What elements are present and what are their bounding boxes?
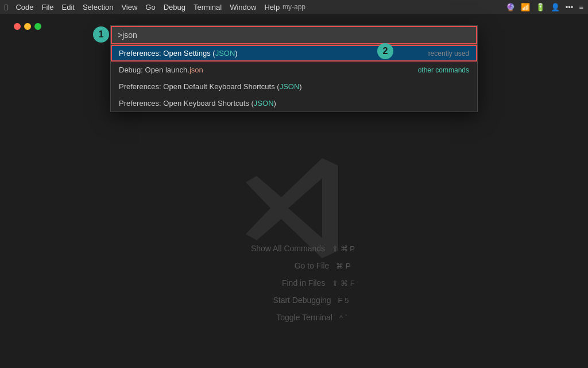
hint-find-in-files-label: Find in Files — [233, 278, 325, 288]
menubar:  Code File Edit Selection View Go Debug… — [0, 0, 588, 14]
json-highlight-3: JSON — [280, 82, 300, 91]
command-item-4[interactable]: Preferences: Open Keyboard Shortcuts (JS… — [111, 95, 477, 112]
command-item-4-label: Preferences: Open Keyboard Shortcuts (JS… — [119, 99, 276, 108]
window-title: my-app — [283, 3, 305, 11]
json-highlight-4: JSON — [254, 99, 274, 108]
hint-show-all-label: Show All Commands — [233, 244, 325, 253]
menu-view[interactable]: View — [121, 3, 137, 12]
hint-start-debugging: Start Debugging F 5 — [239, 296, 349, 305]
json-highlight-1: JSON — [215, 49, 235, 57]
hint-find-in-files: Find in Files ⇧ ⌘ F — [233, 278, 354, 288]
maximize-button[interactable] — [34, 23, 41, 30]
command-dropdown: Preferences: Open Settings (JSON) recent… — [111, 45, 477, 112]
hint-toggle-terminal-shortcut: ^ ` — [339, 313, 347, 322]
minimize-button[interactable] — [24, 23, 31, 30]
menu-go[interactable]: Go — [145, 3, 155, 12]
hint-go-to-file-label: Go to File — [237, 261, 329, 270]
json-highlight-2: json — [189, 66, 203, 74]
command-input[interactable] — [111, 26, 477, 44]
other-commands-badge: other commands — [418, 66, 469, 74]
menu-window[interactable]: Window — [230, 3, 256, 12]
menu-code[interactable]: Code — [16, 3, 33, 12]
command-item-2-label: Debug: Open launch.json — [119, 66, 203, 74]
menu-debug[interactable]: Debug — [164, 3, 185, 12]
wifi-icon: 📶 — [521, 3, 530, 12]
command-item-3[interactable]: Preferences: Open Default Keyboard Short… — [111, 78, 477, 95]
menu-terminal[interactable]: Terminal — [194, 3, 222, 12]
lines-icon: ≡ — [579, 3, 583, 12]
badge-2: 2 — [377, 43, 393, 59]
menu-edit[interactable]: Edit — [62, 3, 75, 12]
main-content: 1 2 Preferences: Open Settings (JSON) re… — [0, 14, 588, 368]
hint-toggle-terminal: Toggle Terminal ^ ` — [241, 313, 347, 322]
command-input-wrapper — [111, 26, 477, 45]
badge-1: 1 — [93, 26, 109, 43]
command-item-1[interactable]: Preferences: Open Settings (JSON) recent… — [111, 45, 477, 62]
hint-start-debugging-shortcut: F 5 — [338, 296, 349, 305]
hint-find-in-files-shortcut: ⇧ ⌘ F — [332, 279, 354, 288]
hint-show-all-commands: Show All Commands ⇧ ⌘ P — [233, 244, 355, 253]
menu-file[interactable]: File — [42, 3, 54, 12]
command-item-3-label: Preferences: Open Default Keyboard Short… — [119, 82, 302, 91]
hint-show-all-shortcut: ⇧ ⌘ P — [332, 244, 355, 253]
user-icon: 👤 — [551, 3, 560, 12]
command-palette: Preferences: Open Settings (JSON) recent… — [110, 25, 478, 112]
apple-menu[interactable]:  — [5, 2, 7, 12]
menu-help[interactable]: Help — [264, 3, 280, 12]
menubar-right: 🔮 📶 🔋 👤 ••• ≡ — [506, 3, 583, 12]
hint-start-debugging-label: Start Debugging — [239, 296, 331, 305]
recently-used-badge: recently used — [428, 49, 469, 57]
siri-icon: 🔮 — [506, 3, 515, 12]
command-item-2[interactable]: Debug: Open launch.json other commands — [111, 62, 477, 78]
menu-selection[interactable]: Selection — [83, 3, 113, 12]
battery-icon: 🔋 — [536, 3, 545, 12]
command-item-1-label: Preferences: Open Settings (JSON) — [119, 49, 238, 57]
hint-toggle-terminal-label: Toggle Terminal — [241, 313, 332, 322]
hints-section: Show All Commands ⇧ ⌘ P Go to File ⌘ P F… — [0, 244, 588, 322]
hint-go-to-file: Go to File ⌘ P — [237, 261, 350, 270]
close-button[interactable] — [14, 23, 21, 30]
traffic-lights — [14, 23, 41, 30]
hint-go-to-file-shortcut: ⌘ P — [336, 262, 350, 270]
dots-icon: ••• — [566, 3, 574, 12]
